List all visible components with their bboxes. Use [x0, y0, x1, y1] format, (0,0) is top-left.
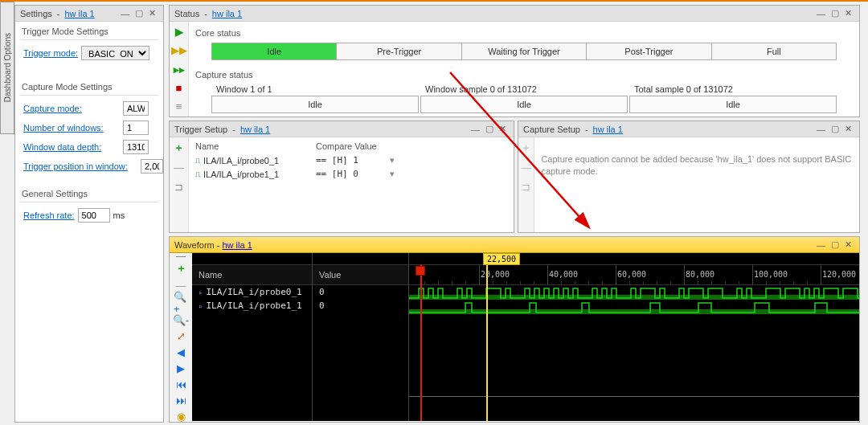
- trigger-pos-label[interactable]: Trigger position in window:: [23, 161, 137, 171]
- cap-winsample-state: Idle: [420, 96, 628, 113]
- resume-icon[interactable]: ▸▸: [172, 62, 186, 76]
- signal-waveform-1: [409, 301, 859, 314]
- zoom-out-icon[interactable]: 🔍-: [174, 314, 188, 326]
- capture-toolbar: ＋ — ⊐: [518, 137, 534, 232]
- status-panel: Status - hw ila 1 — ▢ ✕ ▶ ▶▶ ▸▸ ■ ≡ Core…: [169, 5, 860, 117]
- skip-end-icon[interactable]: ⏭: [174, 394, 188, 407]
- capture-setup-message: Capture equation cannot be added because…: [534, 137, 859, 232]
- minimize-icon[interactable]: —: [469, 124, 481, 134]
- capture-setup-link[interactable]: hw ila 1: [593, 125, 623, 134]
- trigger-row[interactable]: ⎍ILA/ILA_i/probe1_1: [190, 167, 311, 181]
- maximize-icon[interactable]: ▢: [483, 124, 495, 134]
- refresh-rate-label[interactable]: Refresh rate:: [23, 210, 75, 220]
- maximize-icon[interactable]: ▢: [829, 124, 841, 134]
- settings-panel: Settings - hw ila 1 — ▢ ✕ Trigger Mode S…: [14, 5, 164, 423]
- waveform-name-column: Name ▹ILA/ILA_i/probe0_1 ▹ILA/ILA_i/prob…: [192, 253, 313, 421]
- run-icon[interactable]: ▶: [172, 25, 186, 39]
- close-icon[interactable]: ✕: [842, 239, 854, 250]
- waveform-plot-area[interactable]: 20,00040,00060,00080,000100,000120,000 2…: [409, 253, 859, 421]
- trigger-setup-title: Trigger Setup: [174, 125, 227, 134]
- marker-icon[interactable]: ◉: [174, 411, 188, 423]
- trigger-compare-cell[interactable]: == [H] 1▾: [311, 153, 399, 167]
- step-icon[interactable]: ▶▶: [172, 43, 186, 57]
- add-icon[interactable]: ＋: [519, 141, 534, 155]
- settings-link[interactable]: hw ila 1: [64, 9, 94, 18]
- waveform-toolbar: ＋ — 🔍+ 🔍- ⤢ ◀ ▶ ⏮ ⏭ ◉: [170, 253, 192, 421]
- minimize-icon[interactable]: —: [815, 8, 827, 18]
- zoom-in-icon[interactable]: 🔍+: [174, 296, 188, 310]
- trigger-setup-title-bar: Trigger Setup - hw ila 1 — ▢ ✕: [170, 121, 514, 137]
- trigger-compare-cell[interactable]: == [H] 0▾: [311, 167, 399, 181]
- remove-icon[interactable]: —: [172, 160, 186, 174]
- probe-icon: ⎍: [195, 170, 200, 178]
- refresh-rate-input[interactable]: [78, 208, 110, 223]
- dashboard-options-tab[interactable]: Dashboard Options: [0, 2, 14, 134]
- settings-icon[interactable]: ≡: [172, 100, 186, 113]
- dropdown-icon[interactable]: ▾: [390, 155, 395, 166]
- capture-status-row: Window 1 of 1 Idle Window sample 0 of 13…: [211, 83, 837, 113]
- num-windows-label[interactable]: Number of windows:: [23, 123, 120, 133]
- maximize-icon[interactable]: ▢: [829, 239, 841, 250]
- cap-winsample-label: Window sample 0 of 131072: [420, 83, 628, 96]
- refresh-rate-unit: ms: [113, 210, 125, 220]
- trigger-flag-icon[interactable]: [416, 266, 425, 276]
- cap-total-state: Idle: [629, 96, 837, 113]
- trigger-col-name: Name: [190, 139, 311, 153]
- maximize-icon[interactable]: ▢: [829, 8, 841, 18]
- capture-mode-input[interactable]: [123, 101, 149, 116]
- waveform-title: Waveform: [174, 240, 215, 250]
- signal-icon: ▹: [199, 302, 203, 310]
- signal-waveform-0: [409, 287, 859, 300]
- capture-mode-header: Capture Mode Settings: [15, 79, 163, 95]
- add-icon[interactable]: ＋: [172, 141, 186, 155]
- capture-setup-title-bar: Capture Setup - hw ila 1 — ▢ ✕: [518, 121, 859, 137]
- waveform-signal-row[interactable]: ▹ILA/ILA_i/probe1_1: [192, 299, 312, 313]
- remove-icon[interactable]: —: [519, 160, 534, 174]
- cap-window-state: Idle: [211, 96, 419, 113]
- zoom-fit-icon[interactable]: ⤢: [174, 330, 188, 342]
- nav-next-icon[interactable]: ▶: [174, 362, 188, 374]
- close-icon[interactable]: ✕: [842, 8, 854, 18]
- probe-icon: ⎍: [195, 156, 200, 165]
- close-icon[interactable]: ✕: [497, 124, 509, 134]
- trigger-mode-label[interactable]: Trigger mode:: [23, 48, 78, 58]
- num-windows-input[interactable]: [123, 121, 149, 135]
- maximize-icon[interactable]: ▢: [133, 8, 145, 18]
- waveform-title-bar: Waveform - hw ila 1 — ▢ ✕: [170, 237, 859, 253]
- time-cursor[interactable]: [486, 264, 488, 421]
- status-title-bar: Status - hw ila 1 — ▢ ✕: [170, 6, 859, 22]
- close-icon[interactable]: ✕: [842, 124, 854, 134]
- trigger-cursor[interactable]: [420, 264, 422, 421]
- status-waiting: Waiting for Trigger: [461, 43, 586, 59]
- capture-mode-label[interactable]: Capture mode:: [23, 104, 120, 113]
- skip-start-icon[interactable]: ⏮: [174, 378, 188, 390]
- minimize-icon[interactable]: —: [815, 124, 827, 134]
- dropdown-icon[interactable]: ▾: [390, 169, 395, 179]
- remove-signal-icon[interactable]: —: [174, 280, 188, 292]
- window-depth-label[interactable]: Window data depth:: [23, 142, 120, 152]
- trigger-row[interactable]: ⎍ILA/ILA_i/probe0_1: [190, 153, 311, 167]
- status-full: Full: [711, 43, 836, 59]
- minimize-icon[interactable]: —: [815, 239, 827, 250]
- general-header: General Settings: [15, 186, 163, 202]
- minimize-icon[interactable]: —: [119, 8, 131, 18]
- waveform-signal-row[interactable]: ▹ILA/ILA_i/probe0_1: [192, 285, 312, 299]
- trigger-setup-link[interactable]: hw ila 1: [240, 125, 270, 134]
- trigger-table: Name Compare Value ⎍ILA/ILA_i/probe0_1 =…: [190, 139, 512, 181]
- waveform-value-row: 0: [313, 299, 408, 313]
- trigger-pos-input[interactable]: [141, 159, 163, 174]
- time-cursor-label: 22,500: [483, 253, 520, 265]
- window-depth-input[interactable]: [123, 140, 149, 154]
- nav-prev-icon[interactable]: ◀: [174, 346, 188, 358]
- waveform-panel: Waveform - hw ila 1 — ▢ ✕ ＋ — 🔍+ 🔍- ⤢ ◀ …: [169, 236, 860, 423]
- gate-icon[interactable]: ⊐: [172, 179, 186, 194]
- close-icon[interactable]: ✕: [146, 8, 158, 18]
- gate-icon[interactable]: ⊐: [519, 179, 534, 194]
- trigger-mode-select[interactable]: BASIC_ONLY: [81, 46, 149, 60]
- add-signal-icon[interactable]: ＋: [174, 261, 188, 276]
- stop-icon[interactable]: ■: [172, 81, 186, 95]
- waveform-value-header: Value: [313, 264, 408, 285]
- waveform-link[interactable]: hw ila 1: [223, 240, 252, 250]
- status-link[interactable]: hw ila 1: [212, 9, 242, 18]
- waveform-ruler[interactable]: 20,00040,00060,00080,000100,000120,000: [409, 264, 859, 285]
